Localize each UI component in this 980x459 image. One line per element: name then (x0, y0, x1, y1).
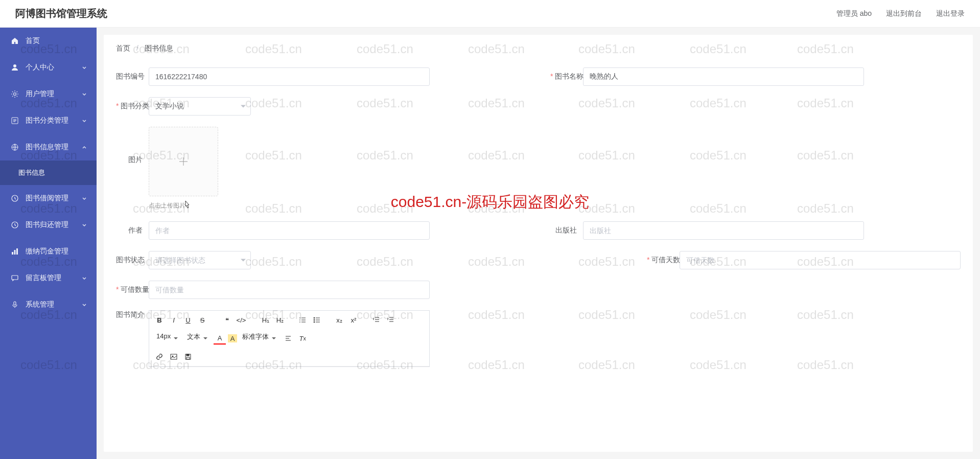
chevron-down-icon (81, 91, 87, 97)
category-select[interactable] (149, 97, 251, 116)
sidebar-item-fines[interactable]: 缴纳罚金管理 (0, 238, 97, 265)
borrow-qty-label: 可借数量 (116, 285, 149, 294)
underline-icon[interactable]: U (182, 314, 194, 326)
texttype-select[interactable]: 文本 (187, 332, 208, 345)
chevron-down-icon (81, 118, 87, 124)
svg-rect-7 (14, 250, 16, 255)
sidebar-item-label: 首页 (26, 36, 40, 45)
logout-link[interactable]: 退出登录 (936, 9, 965, 18)
sidebar-item-messages[interactable]: 留言板管理 (0, 265, 97, 291)
gear-icon (10, 89, 19, 99)
clock-icon (10, 220, 19, 230)
chevron-down-icon (81, 275, 87, 281)
superscript-icon[interactable]: x² (347, 314, 360, 326)
chevron-down-icon (81, 64, 87, 71)
clear-format-icon[interactable]: Tx (296, 332, 309, 345)
book-name-input[interactable] (583, 67, 864, 86)
sidebar-subitem-book-info[interactable]: 图书信息 (0, 160, 97, 185)
admin-label[interactable]: 管理员 abo (836, 9, 872, 18)
publisher-label: 出版社 (550, 226, 583, 235)
book-name-label: 图书名称 (550, 72, 583, 81)
upload-hint: 点击上传图片 (149, 201, 218, 210)
sidebar-item-label: 图书借阅管理 (26, 194, 68, 203)
sidebar-item-label: 图书分类管理 (26, 116, 68, 125)
strike-icon[interactable]: S (196, 314, 208, 326)
fontfamily-select[interactable]: 标准字体 (242, 332, 277, 345)
breadcrumb: 首页 / 图书信息 (104, 35, 973, 62)
header-right: 管理员 abo 退出到前台 退出登录 (836, 9, 965, 18)
intro-label: 图书简介 (116, 310, 149, 319)
header: 阿博图书馆管理系统 管理员 abo 退出到前台 退出登录 (0, 0, 980, 28)
svg-point-13 (314, 322, 315, 323)
borrow-qty-input[interactable] (149, 281, 430, 299)
book-id-input[interactable] (149, 67, 430, 86)
bold-icon[interactable]: B (153, 314, 166, 326)
sidebar-item-users[interactable]: 用户管理 (0, 81, 97, 107)
chevron-up-icon (81, 144, 87, 150)
chat-icon (10, 273, 19, 283)
main-content: 首页 / 图书信息 图书编号 图书名称 图书分类 (104, 35, 973, 452)
bg-color-icon[interactable]: A (228, 334, 237, 342)
svg-rect-18 (186, 357, 190, 359)
outdent-icon[interactable] (370, 314, 382, 326)
svg-rect-10 (14, 302, 16, 305)
editor-toolbar: B I U S ❝ </> H₁ H₂ x₂ (149, 311, 429, 366)
rich-text-editor: B I U S ❝ </> H₁ H₂ x₂ (149, 310, 430, 367)
borrow-days-label: 可借天数 (647, 256, 680, 265)
indent-icon[interactable] (384, 314, 396, 326)
ordered-list-icon[interactable] (296, 314, 309, 326)
image-icon[interactable] (168, 351, 180, 363)
code-icon[interactable]: </> (235, 314, 247, 326)
chevron-down-icon (81, 222, 87, 228)
exit-front-link[interactable]: 退出到前台 (886, 9, 922, 18)
svg-rect-6 (12, 252, 13, 255)
borrow-days-input[interactable] (680, 251, 961, 269)
text-color-icon[interactable]: A (214, 332, 226, 345)
sidebar-item-label: 留言板管理 (26, 273, 61, 283)
chevron-down-icon (81, 195, 87, 201)
user-icon (10, 63, 19, 72)
link-icon[interactable] (153, 351, 166, 363)
sidebar-item-borrow[interactable]: 图书借阅管理 (0, 185, 97, 212)
breadcrumb-separator: / (136, 44, 138, 52)
sidebar-item-profile[interactable]: 个人中心 (0, 54, 97, 81)
breadcrumb-current: 图书信息 (145, 44, 173, 52)
sidebar: 首页 个人中心 用户管理 图书分类管理 图书信息管理 图书信息 图书借阅管理 (0, 28, 97, 459)
unordered-list-icon[interactable] (311, 314, 323, 326)
sidebar-item-books[interactable]: 图书信息管理 (0, 134, 97, 160)
author-label: 作者 (116, 226, 149, 235)
mic-icon (10, 300, 19, 309)
status-select[interactable] (149, 251, 251, 269)
sidebar-item-label: 图书信息管理 (26, 143, 68, 152)
h2-icon[interactable]: H₂ (274, 314, 286, 326)
italic-icon[interactable]: I (168, 314, 180, 326)
sidebar-subitem-label: 图书信息 (18, 168, 45, 177)
sidebar-item-label: 用户管理 (26, 89, 54, 99)
list-icon (10, 116, 19, 125)
app-logo: 阿博图书馆管理系统 (15, 7, 107, 20)
home-icon (10, 36, 19, 45)
svg-point-12 (314, 319, 315, 320)
category-label: 图书分类 (116, 102, 149, 111)
clock-icon (10, 194, 19, 203)
align-icon[interactable] (282, 332, 294, 345)
plus-icon (176, 154, 191, 169)
breadcrumb-home[interactable]: 首页 (116, 44, 130, 52)
publisher-input[interactable] (583, 221, 864, 240)
book-form: 图书编号 图书名称 图书分类 图片 (104, 62, 973, 391)
h1-icon[interactable]: H₁ (260, 314, 272, 326)
image-label: 图片 (116, 127, 149, 165)
image-upload-box[interactable] (149, 127, 218, 196)
fontsize-select[interactable]: 14px (156, 332, 179, 345)
sidebar-item-return[interactable]: 图书归还管理 (0, 212, 97, 238)
save-icon[interactable] (182, 351, 194, 363)
author-input[interactable] (149, 221, 430, 240)
sidebar-item-system[interactable]: 系统管理 (0, 291, 97, 318)
quote-icon[interactable]: ❝ (221, 314, 233, 326)
subscript-icon[interactable]: x₂ (333, 314, 345, 326)
svg-point-0 (13, 64, 16, 67)
globe-icon (10, 143, 19, 152)
sidebar-item-categories[interactable]: 图书分类管理 (0, 107, 97, 134)
sidebar-item-home[interactable]: 首页 (0, 28, 97, 54)
svg-rect-8 (16, 248, 18, 255)
